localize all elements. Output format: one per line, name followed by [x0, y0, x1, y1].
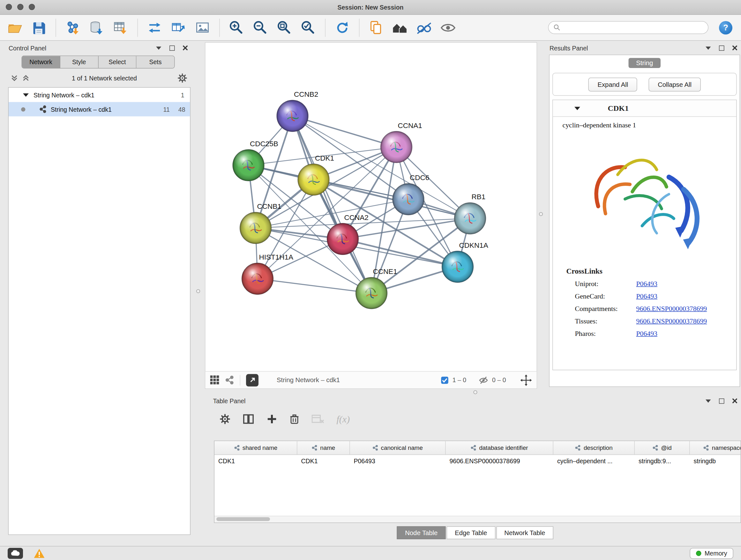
zoom-in-button[interactable]: [226, 18, 247, 37]
crosslink-link[interactable]: P06493: [636, 280, 657, 288]
network-node[interactable]: CDKN1A: [442, 241, 488, 283]
protein-caret-icon[interactable]: [575, 107, 580, 110]
column-header[interactable]: canonical name: [350, 441, 446, 455]
show-hidden-button[interactable]: [438, 18, 458, 37]
warning-button[interactable]: [33, 548, 45, 558]
network-node[interactable]: CCNA1: [381, 122, 422, 163]
panel-float-icon[interactable]: [169, 45, 175, 51]
hide-selected-button[interactable]: [414, 18, 434, 37]
network-row[interactable]: String Network – cdk1 11 48: [9, 102, 190, 117]
home-button[interactable]: [390, 18, 410, 37]
network-node[interactable]: HIST1H1A: [242, 253, 293, 295]
expand-all-tree-icon[interactable]: [20, 75, 31, 81]
table-cell[interactable]: CDK1: [297, 455, 350, 468]
table-horizontal-scrollbar[interactable]: [214, 516, 741, 523]
table-cell[interactable]: stringdb:9...: [635, 455, 690, 468]
network-collection-row[interactable]: String Network – cdk1 1: [9, 88, 190, 102]
network-node[interactable]: CCNB2: [277, 90, 318, 132]
export-image-button[interactable]: [192, 18, 212, 37]
crosslink-link[interactable]: P06493: [636, 292, 657, 300]
network-node[interactable]: CDC6: [393, 174, 429, 215]
table-cell[interactable]: stringdb: [690, 455, 741, 468]
network-from-table-button[interactable]: [169, 18, 189, 37]
panel-close-icon[interactable]: [731, 397, 738, 404]
table-settings-gear-icon[interactable]: [220, 414, 230, 424]
panel-menu-icon[interactable]: [155, 45, 162, 51]
crosslink-link[interactable]: P06493: [636, 329, 657, 338]
network-node[interactable]: CDC25B: [232, 140, 278, 181]
network-node[interactable]: CCNB1: [240, 202, 281, 244]
column-header[interactable]: database identifier: [446, 441, 554, 455]
tab-node-table[interactable]: Node Table: [397, 526, 446, 540]
network-edge[interactable]: [293, 116, 397, 147]
crosslink-link[interactable]: 9606.ENSP00000378699: [636, 317, 707, 325]
panel-menu-icon[interactable]: [704, 45, 711, 51]
tab-sets[interactable]: Sets: [137, 56, 174, 68]
splitter-grip[interactable]: [539, 212, 543, 216]
selected-checkbox-icon[interactable]: [441, 376, 449, 384]
function-builder-icon[interactable]: f(x): [337, 414, 350, 425]
search-input[interactable]: [563, 23, 703, 32]
splitter-grip[interactable]: [196, 289, 200, 293]
network-edge[interactable]: [293, 116, 372, 293]
table-cell[interactable]: CDK1: [214, 455, 297, 468]
delete-column-trash-icon[interactable]: [290, 414, 299, 424]
collapse-all-button[interactable]: Collapse All: [649, 77, 701, 91]
protein-header[interactable]: CDK1: [553, 100, 737, 117]
help-button[interactable]: ?: [719, 21, 732, 34]
network-node[interactable]: RB1: [455, 193, 486, 234]
panel-float-icon[interactable]: [718, 45, 725, 51]
network-edge[interactable]: [258, 279, 372, 293]
tab-edge-table[interactable]: Edge Table: [447, 526, 495, 540]
hidden-eye-slash-icon[interactable]: [479, 376, 488, 384]
network-share-icon[interactable]: [225, 375, 234, 385]
collapse-all-tree-icon[interactable]: [9, 75, 20, 81]
string-results-tab[interactable]: String: [628, 58, 661, 68]
column-header[interactable]: namespace: [690, 441, 741, 455]
minimize-window-button[interactable]: [17, 4, 23, 10]
panel-close-icon[interactable]: [182, 45, 189, 51]
add-column-icon[interactable]: [267, 414, 277, 424]
apply-layout-button[interactable]: [332, 18, 352, 37]
pan-crosshair-icon[interactable]: [521, 374, 532, 386]
table-cell[interactable]: 9606.ENSP00000378699: [446, 455, 554, 468]
tab-network[interactable]: Network: [22, 56, 60, 68]
import-table-from-file-button[interactable]: [111, 18, 131, 37]
splitter-grip[interactable]: [474, 390, 477, 394]
zoom-fit-button[interactable]: [274, 18, 294, 37]
zoom-out-button[interactable]: [251, 18, 271, 37]
table-row[interactable]: CDK1CDK1P064939606.ENSP00000378699cyclin…: [214, 455, 741, 468]
column-header[interactable]: shared name: [214, 441, 297, 455]
panel-float-icon[interactable]: [718, 397, 725, 404]
import-network-from-file-button[interactable]: [63, 18, 83, 37]
network-options-gear-icon[interactable]: [177, 75, 188, 81]
crosslink-link[interactable]: 9606.ENSP00000378699: [636, 305, 707, 313]
open-session-button[interactable]: [5, 18, 25, 37]
detach-view-button[interactable]: [246, 374, 259, 386]
memory-button[interactable]: Memory: [690, 548, 733, 559]
tab-style[interactable]: Style: [60, 56, 98, 68]
show-columns-icon[interactable]: [243, 414, 254, 424]
column-header[interactable]: description: [553, 441, 635, 455]
tab-select[interactable]: Select: [98, 56, 137, 68]
maximize-window-button[interactable]: [29, 4, 35, 10]
expand-all-button[interactable]: Expand All: [589, 77, 637, 91]
import-network-from-database-button[interactable]: [87, 18, 107, 37]
network-canvas[interactable]: CCNB2CCNA1CDC25BCDK1CDC6RB1CCNB1CCNA2CDK…: [205, 43, 537, 371]
tab-network-table[interactable]: Network Table: [496, 526, 553, 540]
tree-caret-icon[interactable]: [23, 93, 29, 97]
cloud-button[interactable]: [8, 548, 23, 559]
save-session-button[interactable]: [29, 18, 49, 37]
delete-table-icon[interactable]: [312, 415, 324, 424]
column-header[interactable]: @id: [635, 441, 690, 455]
close-window-button[interactable]: [6, 4, 12, 10]
scrollbar-thumb[interactable]: [216, 517, 270, 521]
table-cell[interactable]: cyclin–dependent ...: [553, 455, 635, 468]
duplicate-documents-button[interactable]: [366, 18, 387, 37]
column-header[interactable]: name: [297, 441, 350, 455]
table-cell[interactable]: P06493: [350, 455, 446, 468]
panel-menu-icon[interactable]: [704, 397, 711, 404]
panel-close-icon[interactable]: [731, 45, 738, 51]
grid-view-icon[interactable]: [210, 375, 219, 385]
zoom-selected-button[interactable]: [298, 18, 319, 37]
